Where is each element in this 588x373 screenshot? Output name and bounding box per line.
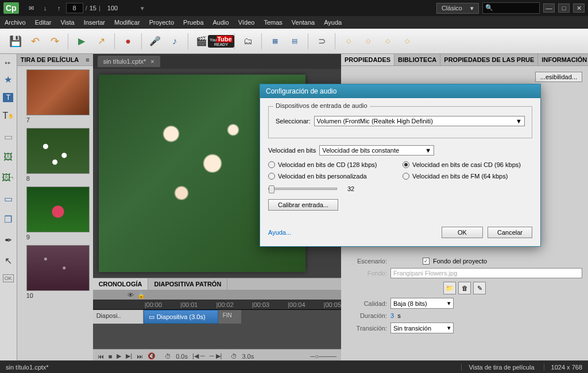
calidad-dropdown[interactable]: Baja (8 bits)▾ <box>390 298 454 309</box>
document-tab[interactable]: sin título1.cptx* × <box>98 56 160 67</box>
magnet-icon[interactable]: ⊃ <box>314 33 330 49</box>
layer3-icon[interactable]: ◇ <box>380 33 396 49</box>
download-icon[interactable]: ↓ <box>41 4 50 12</box>
trash-icon[interactable]: 🗑 <box>458 282 471 294</box>
image-click-tool-icon[interactable]: 🖼↖ <box>1 171 15 185</box>
audio-device-dropdown[interactable]: Volumen (FrontMic (Realtek High Definiti… <box>314 116 525 126</box>
slides-icon[interactable]: 🗂 <box>240 33 256 49</box>
step-icon[interactable]: ▶| <box>126 352 132 360</box>
grid2-icon[interactable]: ▤ <box>287 33 303 49</box>
pen-tool-icon[interactable]: ✒ <box>1 233 15 247</box>
text-tool-icon[interactable]: T <box>3 93 13 102</box>
accessibility-button[interactable]: ...esibilidad... <box>535 72 582 82</box>
layer4-icon[interactable]: ◇ <box>399 33 415 49</box>
close-tab-icon[interactable]: × <box>150 58 154 65</box>
workspace-dropdown[interactable]: Clásico ▾ <box>436 3 479 14</box>
tab-diapositiva-patron[interactable]: DIAPOSITIVA PATRÓN <box>148 278 227 290</box>
menu-temas[interactable]: Temas <box>264 19 282 26</box>
menu-editar[interactable]: Editar <box>35 19 52 26</box>
play-icon[interactable]: ▶ <box>74 33 90 49</box>
transicion-dropdown[interactable]: Sin transición▾ <box>390 323 454 333</box>
mail-icon[interactable]: ✉ <box>27 4 36 12</box>
filmstrip-thumb[interactable]: 10 <box>21 245 90 299</box>
filmstrip-thumb[interactable]: 9 <box>21 187 90 240</box>
menu-modificar[interactable]: Modificar <box>114 19 140 26</box>
undo-icon[interactable]: ↶ <box>27 33 43 49</box>
bitrate-custom-radio[interactable]: Velocidad en bits personalizada <box>268 173 398 180</box>
tab-propiedades-pruebas[interactable]: PROPIEDADES DE LAS PRUE <box>440 54 538 65</box>
zoom-value[interactable]: 100 <box>107 5 118 11</box>
folder-icon[interactable]: 📁 <box>443 282 456 294</box>
text-cursor-tool-icon[interactable]: T✋ <box>1 109 15 123</box>
stop-icon[interactable]: ■ <box>109 353 113 360</box>
timeline-clip[interactable]: ▭Diapositiva (3.0s) <box>144 310 218 324</box>
filmstrip-menu-icon[interactable]: ≡ <box>86 56 89 63</box>
bitrate-fm-radio[interactable]: Velocidad en bits de FM (64 kbps) <box>403 173 532 180</box>
menu-ventana[interactable]: Ventana <box>292 19 315 26</box>
play-icon[interactable]: ▶ <box>117 352 121 360</box>
tab-info-proyecto[interactable]: INFORMACIÓN DEL PROYEC <box>538 54 588 65</box>
timeline-ruler[interactable]: |00:00 |00:01 |00:02 |00:03 |00:04 |00:0… <box>93 300 341 310</box>
zoom-dropdown-icon[interactable]: ▾ <box>141 5 144 12</box>
ok-tool-button[interactable]: OK <box>3 274 14 282</box>
maximize-button[interactable]: □ <box>558 3 570 13</box>
fondo-proyecto-checkbox[interactable]: ✓ <box>423 258 430 265</box>
bitrate-slider[interactable] <box>268 188 337 190</box>
search-input[interactable]: 🔍 <box>482 2 540 14</box>
music-icon[interactable]: ♪ <box>167 33 183 49</box>
help-link[interactable]: Ayuda... <box>268 229 291 236</box>
forward-icon[interactable]: ⏭ <box>137 353 143 360</box>
filmstrip-body[interactable]: 7 8 9 10 <box>17 66 93 307</box>
filmstrip-thumb[interactable]: 7 <box>21 69 90 123</box>
layer2-icon[interactable]: ◇ <box>360 33 376 49</box>
lock-icon[interactable]: 🔒 <box>137 292 145 299</box>
menu-archivo[interactable]: Archivo <box>5 19 26 26</box>
pointer-tool-icon[interactable]: ↖ <box>1 254 15 267</box>
ok-button[interactable]: OK <box>442 227 483 238</box>
shape-tool-icon[interactable]: ▭ <box>1 130 15 143</box>
copy-tool-icon[interactable]: ❐ <box>1 212 15 226</box>
prev-marker-icon[interactable]: |◀ ─ <box>192 352 205 360</box>
save-icon[interactable]: 💾 <box>7 33 24 49</box>
cancel-button[interactable]: Cancelar <box>488 227 532 238</box>
tab-propiedades[interactable]: PROPIEDADES <box>341 54 394 65</box>
timeline-track[interactable]: Diaposi.. ▭Diapositiva (3.0s) FIN <box>93 310 341 324</box>
menu-prueba[interactable]: Prueba <box>183 19 203 26</box>
expand-icon[interactable]: ▸▸ <box>5 60 11 65</box>
menu-ayuda[interactable]: Ayuda <box>324 19 342 26</box>
menu-audio[interactable]: Audio <box>213 19 229 26</box>
mute-icon[interactable]: 🔇 <box>148 352 156 360</box>
export-icon[interactable]: ↗ <box>93 33 109 49</box>
bitrate-nearcd-radio[interactable]: Velocidad en bits de casi CD (96 kbps) <box>403 161 532 168</box>
zoom-slider[interactable]: ─○──── <box>310 353 336 360</box>
bitrate-cd-radio[interactable]: Velocidad en bits de CD (128 kbps) <box>268 161 398 168</box>
page-current-input[interactable] <box>66 3 83 13</box>
redo-icon[interactable]: ↷ <box>47 33 63 49</box>
close-button[interactable]: ✕ <box>573 3 585 13</box>
select-tool-icon[interactable]: ▭ <box>1 192 15 205</box>
eye-icon[interactable]: 👁 <box>127 292 134 298</box>
menu-insertar[interactable]: Insertar <box>84 19 105 26</box>
menu-vista[interactable]: Vista <box>60 19 74 26</box>
menu-proyecto[interactable]: Proyecto <box>149 19 174 26</box>
filmstrip-thumb[interactable]: 8 <box>21 128 90 182</box>
mic-icon[interactable]: 🎤 <box>147 33 163 49</box>
menu-video[interactable]: Vídeo <box>238 19 255 26</box>
bitrate-mode-dropdown[interactable]: Velocidad de bits constante ▼ <box>319 145 434 156</box>
minimize-button[interactable]: — <box>543 3 555 13</box>
layer1-icon[interactable]: ◇ <box>341 33 357 49</box>
next-marker-icon[interactable]: ─ ▶| <box>210 352 222 360</box>
calibrate-button[interactable]: Calibrar entrada... <box>268 199 338 211</box>
tab-cronologia[interactable]: CRONOLOGÍA <box>93 278 149 290</box>
rewind-icon[interactable]: ⏮ <box>98 353 104 360</box>
youtube-icon[interactable]: YouTubeREADY <box>213 33 229 49</box>
image-tool-icon[interactable]: 🖼 <box>1 150 15 164</box>
star-tool-icon[interactable]: ★ <box>1 72 15 86</box>
grid-icon[interactable]: ▦ <box>267 33 283 49</box>
upload-icon[interactable]: ↑ <box>55 4 64 12</box>
record-icon[interactable]: ● <box>120 33 136 49</box>
video-icon[interactable]: 🎬 <box>194 33 210 49</box>
duracion-value[interactable]: 3 <box>390 312 394 319</box>
edit-icon[interactable]: ✎ <box>473 282 486 294</box>
tab-biblioteca[interactable]: BIBLIOTECA <box>394 54 440 65</box>
